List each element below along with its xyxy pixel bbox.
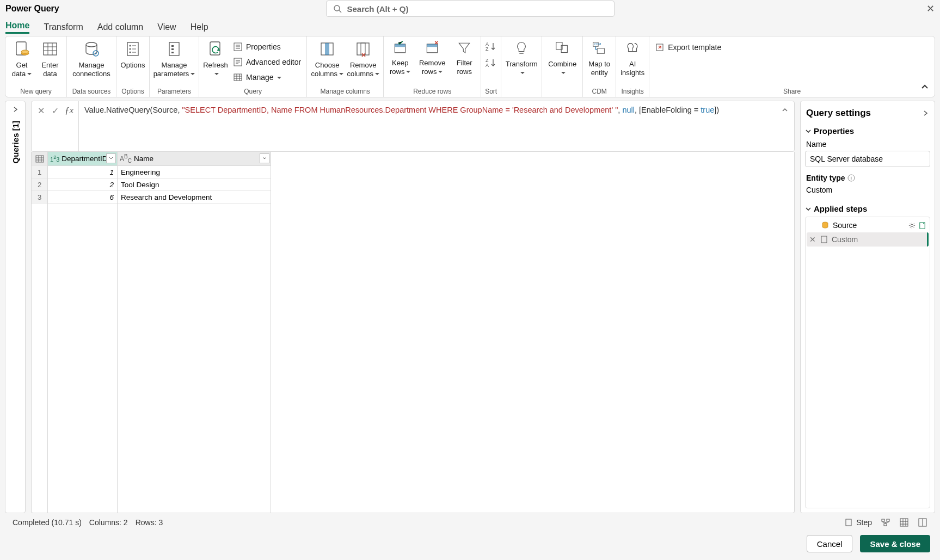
tab-help[interactable]: Help xyxy=(191,22,208,34)
query-folding-icon[interactable] xyxy=(918,221,926,230)
svg-rect-36 xyxy=(325,43,329,55)
choose-columns-button[interactable]: Choose columns xyxy=(310,39,344,87)
options-icon xyxy=(124,40,142,58)
sort-asc-button[interactable]: AZ xyxy=(484,41,497,54)
delete-step-icon[interactable]: ✕ xyxy=(809,235,816,244)
step-icon xyxy=(844,518,853,527)
formula-input[interactable]: Value.NativeQuery(Source, "SELECT Depart… xyxy=(78,101,794,151)
column-filter-button[interactable] xyxy=(260,153,269,163)
export-template-button[interactable]: Export template xyxy=(653,39,723,53)
step-button[interactable]: Step xyxy=(844,518,872,527)
row-number[interactable]: 3 xyxy=(32,191,47,204)
formula-collapse-button[interactable] xyxy=(781,106,789,118)
cancel-button[interactable]: Cancel xyxy=(807,535,853,552)
chevron-up-icon xyxy=(781,106,789,114)
row-number[interactable]: 2 xyxy=(32,179,47,191)
cell[interactable]: 2 xyxy=(48,179,117,191)
queries-label: Queries [1] xyxy=(11,121,20,163)
tab-home[interactable]: Home xyxy=(5,21,29,34)
info-icon[interactable]: i xyxy=(847,174,855,182)
keep-rows-button[interactable]: Keep rows xyxy=(387,39,413,87)
export-icon xyxy=(655,42,665,52)
filter-rows-button[interactable]: Filter rows xyxy=(451,39,477,87)
column-departmentid: 123 DepartmentID 1 2 6 xyxy=(48,152,118,513)
ribbon-collapse-button[interactable] xyxy=(920,83,929,94)
tab-addcolumn[interactable]: Add column xyxy=(97,22,144,34)
formula-confirm-button[interactable]: ✓ xyxy=(49,104,61,116)
data-grid: 1 2 3 123 DepartmentID 1 2 6 AB xyxy=(31,152,795,513)
tab-view[interactable]: View xyxy=(157,22,176,34)
applied-steps-header[interactable]: Applied steps xyxy=(805,204,930,213)
group-label-share: Share xyxy=(783,87,801,97)
cell[interactable]: Research and Development xyxy=(118,191,271,204)
chevron-right-icon[interactable] xyxy=(921,109,929,117)
ai-insights-button[interactable]: AI insights xyxy=(619,39,646,87)
entity-type-label: Entity type i xyxy=(806,174,930,182)
column-header-departmentid[interactable]: 123 DepartmentID xyxy=(48,152,117,166)
map-to-entity-button[interactable]: CDM Map to entity xyxy=(586,39,612,87)
refresh-button[interactable]: Refresh xyxy=(202,39,229,87)
remove-columns-button[interactable]: Remove columns xyxy=(346,39,380,87)
cell[interactable]: Engineering xyxy=(118,166,271,179)
ribbon-group-reducerows: Keep rows Remove rows Filter rows Reduce… xyxy=(384,36,481,97)
transform-button[interactable]: Transform xyxy=(505,39,538,87)
advanced-editor-button[interactable]: Advanced editor xyxy=(231,55,303,69)
step-custom[interactable]: ✕ Custom xyxy=(807,232,929,247)
svg-point-0 xyxy=(334,5,340,11)
tab-transform[interactable]: Transform xyxy=(44,22,83,34)
gear-icon[interactable] xyxy=(908,221,916,230)
enter-data-button[interactable]: Enter data xyxy=(37,39,63,87)
grid-view-icon[interactable] xyxy=(899,518,909,527)
cell[interactable]: Tool Design xyxy=(118,179,271,191)
manage-button[interactable]: Manage xyxy=(231,70,303,84)
group-label-query: Query xyxy=(244,87,262,97)
cell[interactable]: 6 xyxy=(48,191,117,204)
row-number[interactable]: 1 xyxy=(32,166,47,179)
close-button[interactable]: ✕ xyxy=(926,3,935,15)
ribbon-group-sort: AZ ZA Sort xyxy=(481,36,501,97)
manage-connections-button[interactable]: Manage connections xyxy=(70,39,113,87)
svg-rect-68 xyxy=(884,524,887,526)
filter-icon xyxy=(457,40,472,56)
column-filter-button[interactable] xyxy=(106,153,116,163)
svg-line-1 xyxy=(339,10,341,13)
ribbon-group-parameters: Manage parameters Parameters xyxy=(150,36,199,97)
group-label-parameters: Parameters xyxy=(157,87,191,97)
svg-rect-22 xyxy=(171,48,174,50)
svg-rect-67 xyxy=(887,519,889,521)
save-close-button[interactable]: Save & close xyxy=(860,535,930,552)
ribbon-group-insights: AI insights Insights xyxy=(616,36,649,97)
cell[interactable]: 1 xyxy=(48,166,117,179)
options-button[interactable]: Options xyxy=(120,39,146,87)
properties-icon xyxy=(233,42,243,52)
sort-desc-icon: ZA xyxy=(484,57,497,68)
status-rows: Rows: 3 xyxy=(136,518,163,527)
query-name-input[interactable] xyxy=(805,151,930,167)
database-icon xyxy=(83,40,100,58)
combine-button[interactable]: Combine xyxy=(545,39,579,87)
diagram-view-icon[interactable] xyxy=(881,518,890,527)
ribbon-group-options: Options Options xyxy=(116,36,150,97)
properties-section-header[interactable]: Properties xyxy=(805,126,930,136)
table-corner-icon[interactable] xyxy=(32,152,47,166)
split-view-icon[interactable] xyxy=(918,518,927,527)
content-area: Queries [1] ✕ ✓ ƒx Value.NativeQuery(Sou… xyxy=(5,101,935,513)
get-data-icon xyxy=(13,40,30,58)
svg-rect-23 xyxy=(171,52,174,53)
formula-cancel-button[interactable]: ✕ xyxy=(35,104,47,116)
search-input[interactable]: Search (Alt + Q) xyxy=(326,1,615,17)
step-source[interactable]: Source xyxy=(807,218,929,232)
ribbon-group-combine: Combine xyxy=(542,36,583,97)
sort-desc-button[interactable]: ZA xyxy=(484,57,497,70)
svg-rect-69 xyxy=(900,519,908,526)
get-data-button[interactable]: Get data xyxy=(9,39,35,87)
remove-rows-button[interactable]: Remove rows xyxy=(415,39,449,87)
ribbon: Get data Enter data New query Manage con… xyxy=(5,36,935,97)
manage-parameters-button[interactable]: Manage parameters xyxy=(153,39,195,87)
properties-button[interactable]: Properties xyxy=(231,40,303,54)
column-header-name[interactable]: ABC Name xyxy=(118,152,271,166)
svg-point-16 xyxy=(130,52,131,53)
group-label-datasources: Data sources xyxy=(72,87,111,97)
svg-point-14 xyxy=(130,45,131,47)
queries-panel[interactable]: Queries [1] xyxy=(5,101,26,513)
